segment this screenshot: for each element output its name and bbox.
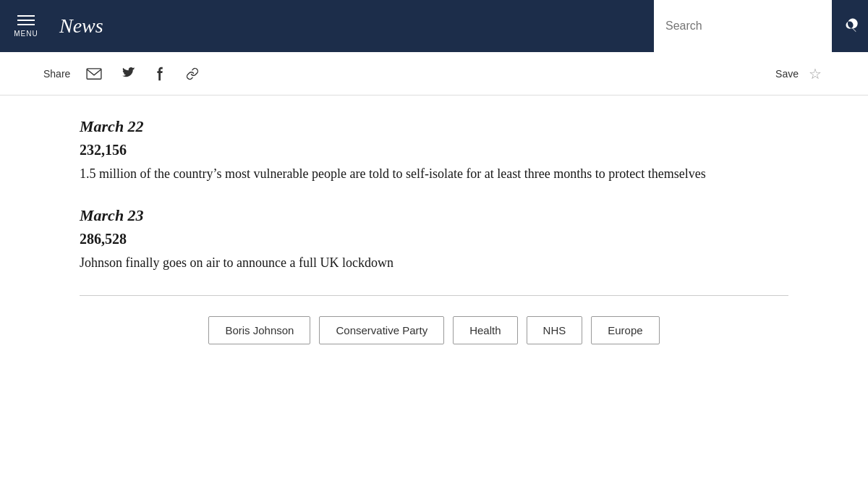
tag-health[interactable]: Health xyxy=(453,316,517,344)
search-button[interactable] xyxy=(832,0,868,52)
share-facebook-button[interactable] xyxy=(153,63,169,85)
star-icon: ☆ xyxy=(809,65,822,82)
menu-label: MENU xyxy=(14,30,38,38)
svg-rect-0 xyxy=(87,68,101,78)
tags-section: Boris Johnson Conservative Party Health … xyxy=(80,295,788,344)
email-icon xyxy=(86,67,102,80)
save-section: Save ☆ xyxy=(775,62,825,85)
share-link-button[interactable] xyxy=(182,64,203,83)
menu-bar-2 xyxy=(17,20,35,21)
entry-march-22: March 22 232,156 1.5 million of the coun… xyxy=(80,117,788,184)
tag-nhs[interactable]: NHS xyxy=(527,316,583,344)
tag-conservative-party[interactable]: Conservative Party xyxy=(319,316,444,344)
header-right xyxy=(654,0,868,52)
article-toolbar: Share Save ☆ xyxy=(0,52,868,96)
site-title: News xyxy=(52,14,103,38)
entry-march-23: March 23 286,528 Johnson finally goes on… xyxy=(80,206,788,273)
share-email-button[interactable] xyxy=(83,64,105,83)
entry-number-1: 232,156 xyxy=(80,142,788,158)
menu-bar-3 xyxy=(17,24,35,25)
share-twitter-button[interactable] xyxy=(118,64,140,83)
search-icon xyxy=(842,18,858,34)
search-input[interactable] xyxy=(665,20,803,33)
share-section: Share xyxy=(43,63,203,85)
save-label: Save xyxy=(775,68,799,80)
tag-boris-johnson[interactable]: Boris Johnson xyxy=(208,316,310,344)
site-header: MENU News xyxy=(0,0,868,52)
header-left: MENU News xyxy=(0,0,103,52)
menu-bar-1 xyxy=(17,15,35,17)
tag-europe[interactable]: Europe xyxy=(591,316,659,344)
menu-button[interactable]: MENU xyxy=(0,0,52,52)
search-box xyxy=(654,0,832,52)
facebook-icon xyxy=(156,66,166,82)
entry-number-2: 286,528 xyxy=(80,231,788,247)
entry-date-2: March 23 xyxy=(80,206,788,225)
entry-text-1: 1.5 million of the country’s most vulner… xyxy=(80,164,788,184)
article-content: March 22 232,156 1.5 million of the coun… xyxy=(36,96,832,373)
save-button[interactable]: ☆ xyxy=(806,62,825,85)
link-icon xyxy=(184,67,200,80)
twitter-icon xyxy=(121,67,137,80)
entry-text-2: Johnson finally goes on air to announce … xyxy=(80,253,788,273)
share-label: Share xyxy=(43,68,70,80)
entry-date-1: March 22 xyxy=(80,117,788,136)
